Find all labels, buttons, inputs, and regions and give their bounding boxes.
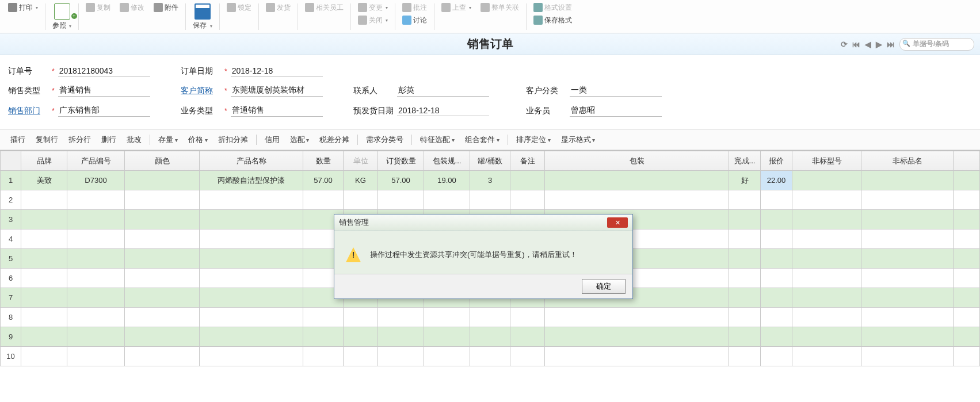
save-button[interactable]: 保存 ▾ — [189, 1, 215, 33]
cell-order_qty[interactable]: 57.00 — [378, 171, 424, 190]
cell-brand[interactable] — [21, 288, 67, 308]
nav-first-icon[interactable]: ⏮ — [852, 40, 860, 49]
ab-copy-row[interactable]: 复制行 — [31, 133, 63, 146]
ship-button[interactable]: 发货 — [262, 1, 294, 14]
table-row[interactable]: 10 — [1, 347, 980, 366]
cell-unit[interactable] — [344, 190, 378, 210]
cell-cans[interactable] — [470, 308, 510, 327]
ab-batch[interactable]: 批改 — [122, 133, 146, 146]
cell-cans[interactable] — [470, 190, 510, 210]
close-button[interactable]: 关闭▾ — [354, 14, 391, 26]
cell-done[interactable]: 好 — [729, 171, 761, 190]
cell-brand[interactable]: 美致 — [21, 171, 67, 190]
cell-order_qty[interactable] — [378, 308, 424, 327]
cell-nonstd_model[interactable] — [792, 249, 861, 269]
cell-brand[interactable] — [21, 210, 67, 229]
cell-pack_spec[interactable] — [424, 347, 470, 366]
cell-name[interactable] — [200, 269, 303, 288]
cell-nonstd_name[interactable] — [861, 288, 954, 308]
cell-name[interactable] — [200, 288, 303, 308]
cell-name[interactable]: 丙烯酸自洁型保护漆 — [200, 171, 303, 190]
table-row[interactable]: 1美致D7300丙烯酸自洁型保护漆57.00KG57.0019.003好22.0… — [1, 171, 980, 190]
dialog-close-button[interactable]: ✕ — [607, 217, 628, 228]
cell-color[interactable] — [125, 269, 200, 288]
cell-remark[interactable] — [510, 190, 545, 210]
label-customer[interactable]: 客户简称 — [181, 86, 221, 96]
cell-code[interactable] — [67, 327, 125, 347]
cell-color[interactable] — [125, 288, 200, 308]
cell-name[interactable] — [200, 308, 303, 327]
cell-name[interactable] — [200, 210, 303, 229]
approve-button[interactable]: 批注 — [399, 1, 430, 14]
cell-code[interactable] — [67, 190, 125, 210]
nav-prev-icon[interactable]: ◀ — [865, 40, 871, 49]
ab-price[interactable]: 价格 — [184, 133, 212, 146]
cell-code[interactable] — [67, 288, 125, 308]
col-color[interactable]: 颜色 — [125, 151, 200, 171]
cell-nonstd_name[interactable] — [861, 308, 954, 327]
cell-brand[interactable] — [21, 327, 67, 347]
cell-code[interactable] — [67, 308, 125, 327]
nav-last-icon[interactable]: ⏭ — [887, 40, 895, 49]
cell-nonstd_name[interactable] — [861, 210, 954, 229]
print-button[interactable]: 打印▾ — [5, 1, 41, 14]
cell-unit[interactable] — [344, 308, 378, 327]
col-nonstd-model[interactable]: 非标型号 — [792, 151, 861, 171]
cell-order_qty[interactable] — [378, 327, 424, 347]
cell-done[interactable] — [729, 210, 761, 229]
cell-pack_spec[interactable] — [424, 308, 470, 327]
cell-color[interactable] — [125, 171, 200, 190]
cell-packaging[interactable] — [545, 190, 729, 210]
discuss-button[interactable]: 讨论 — [399, 14, 430, 26]
field-salesman[interactable]: 曾惠昭 — [570, 105, 662, 117]
lock-button[interactable]: 锁定 — [223, 1, 255, 14]
cell-cans[interactable]: 3 — [470, 171, 510, 190]
cell-brand[interactable] — [21, 347, 67, 366]
col-cans[interactable]: 罐/桶数 — [470, 151, 510, 171]
cell-nonstd_name[interactable] — [861, 171, 954, 190]
cell-color[interactable] — [125, 347, 200, 366]
cell-qty[interactable] — [303, 190, 344, 210]
field-customer[interactable]: 东莞塘厦创英装饰材 — [231, 85, 323, 97]
field-sale-type[interactable]: 普通销售 — [58, 85, 150, 97]
search-input[interactable]: 单据号/条码 — [899, 38, 974, 51]
cell-color[interactable] — [125, 210, 200, 229]
col-qty[interactable]: 数量 — [303, 151, 344, 171]
cell-name[interactable] — [200, 249, 303, 269]
ab-tax-diff[interactable]: 税差分摊 — [315, 133, 354, 146]
cell-price[interactable]: 22.00 — [761, 171, 792, 190]
cell-code[interactable] — [67, 269, 125, 288]
cell-nonstd_name[interactable] — [861, 327, 954, 347]
cell-brand[interactable] — [21, 190, 67, 210]
cell-qty[interactable] — [303, 308, 344, 327]
cell-nonstd_name[interactable] — [861, 269, 954, 288]
cell-remark[interactable] — [510, 308, 545, 327]
ab-stock[interactable]: 存量 — [154, 133, 182, 146]
cell-price[interactable] — [761, 347, 792, 366]
cell-remark[interactable] — [510, 327, 545, 347]
cell-order_qty[interactable] — [378, 190, 424, 210]
cell-brand[interactable] — [21, 269, 67, 288]
cell-nonstd_name[interactable] — [861, 249, 954, 269]
cell-color[interactable] — [125, 229, 200, 249]
field-contact[interactable]: 彭英 — [397, 85, 489, 97]
cell-name[interactable] — [200, 229, 303, 249]
save-format-button[interactable]: 保存格式 — [530, 14, 575, 26]
change-button[interactable]: 变更▾ — [354, 1, 391, 14]
col-order-qty[interactable]: 订货数量 — [378, 151, 424, 171]
ab-match[interactable]: 选配 — [285, 133, 314, 146]
cell-price[interactable] — [761, 229, 792, 249]
cell-nonstd_model[interactable] — [792, 288, 861, 308]
cell-packaging[interactable] — [545, 308, 729, 327]
cell-unit[interactable]: KG — [344, 171, 378, 190]
ab-combo[interactable]: 组合套件 — [460, 133, 504, 146]
cell-code[interactable] — [67, 210, 125, 229]
cell-nonstd_model[interactable] — [792, 229, 861, 249]
nav-refresh-icon[interactable]: ⟳ — [841, 40, 848, 49]
cell-done[interactable] — [729, 327, 761, 347]
format-settings-button[interactable]: 格式设置 — [530, 1, 575, 14]
cell-done[interactable] — [729, 229, 761, 249]
col-remark[interactable]: 备注 — [510, 151, 545, 171]
cell-order_qty[interactable] — [378, 347, 424, 366]
col-done[interactable]: 完成... — [729, 151, 761, 171]
